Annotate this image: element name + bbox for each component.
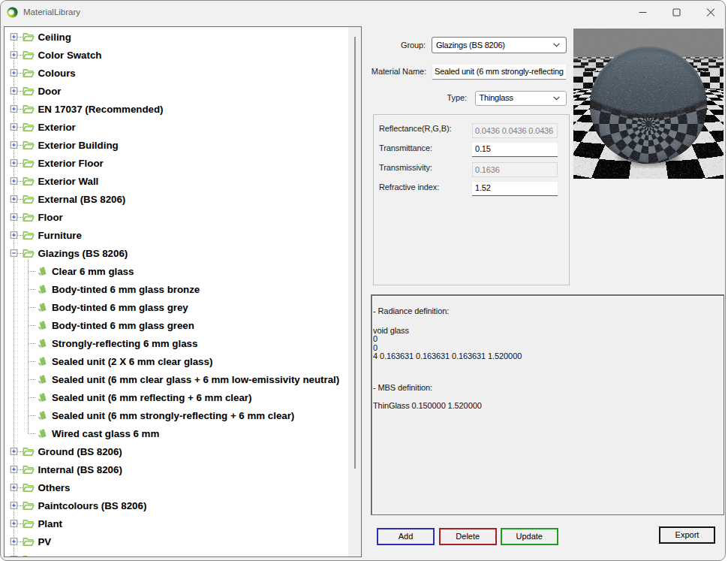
svg-text:EN 17037 (Recommended): EN 17037 (Recommended)	[38, 104, 164, 115]
svg-text:Plant: Plant	[38, 518, 63, 529]
svg-text:Color Swatch: Color Swatch	[38, 50, 102, 61]
svg-text:Door: Door	[38, 86, 62, 97]
svg-text:Body-tinted 6 mm glass green: Body-tinted 6 mm glass green	[52, 320, 194, 331]
svg-text:Others: Others	[38, 482, 71, 493]
svg-text:Sealed unit (6 mm strongly-ref: Sealed unit (6 mm strongly-reflecting + …	[52, 410, 294, 421]
svg-text:Body-tinted 6 mm glass grey: Body-tinted 6 mm glass grey	[52, 302, 188, 313]
svg-text:Strongly-reflecting 6 mm glass: Strongly-reflecting 6 mm glass	[52, 338, 197, 349]
svg-text:Colours: Colours	[38, 68, 76, 79]
svg-text:PV: PV	[38, 536, 52, 547]
svg-text:External (BS 8206): External (BS 8206)	[38, 194, 126, 205]
svg-text:Paintcolours (BS 8206): Paintcolours (BS 8206)	[38, 500, 147, 511]
svg-text:T: T	[38, 554, 44, 558]
svg-text:Sealed unit (6 mm reflecting +: Sealed unit (6 mm reflecting + 6 mm clea…	[52, 392, 251, 403]
svg-text:Ground (BS 8206): Ground (BS 8206)	[38, 446, 122, 457]
svg-text:Furniture: Furniture	[38, 230, 82, 241]
svg-text:Body-tinted 6 mm glass bronze: Body-tinted 6 mm glass bronze	[52, 284, 200, 295]
svg-text:Internal (BS 8206): Internal (BS 8206)	[38, 464, 122, 475]
svg-text:Wired cast glass 6 mm: Wired cast glass 6 mm	[52, 428, 159, 439]
svg-text:Sealed unit (2 X 6 mm clear gl: Sealed unit (2 X 6 mm clear glass)	[52, 356, 212, 367]
svg-text:Exterior Wall: Exterior Wall	[38, 176, 99, 187]
svg-text:Sealed unit (6 mm clear glass: Sealed unit (6 mm clear glass + 6 mm low…	[52, 374, 339, 385]
svg-text:Exterior Floor: Exterior Floor	[38, 158, 104, 169]
svg-text:Floor: Floor	[38, 212, 63, 223]
svg-text:Clear 6 mm glass: Clear 6 mm glass	[52, 266, 134, 277]
svg-text:Exterior: Exterior	[38, 122, 76, 133]
svg-text:Ceiling: Ceiling	[38, 32, 71, 43]
svg-text:Glazings (BS 8206): Glazings (BS 8206)	[38, 248, 128, 259]
svg-text:Exterior Building: Exterior Building	[38, 140, 119, 151]
